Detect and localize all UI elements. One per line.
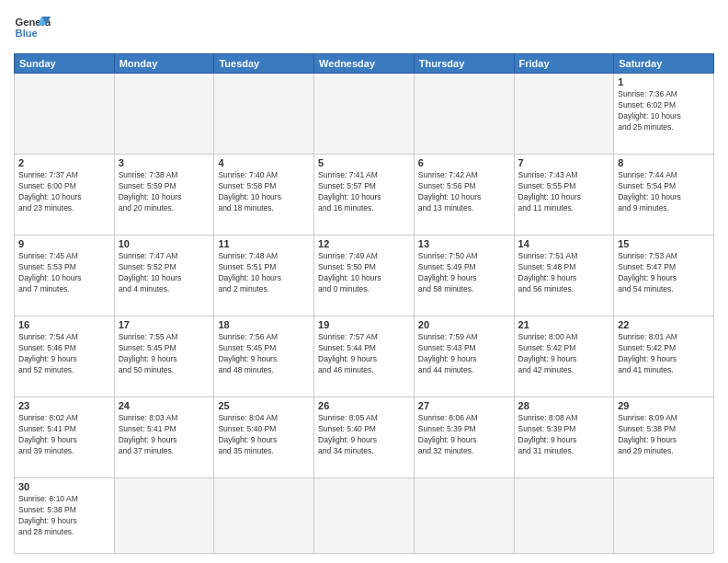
- day-cell: 21Sunrise: 8:00 AM Sunset: 5:42 PM Dayli…: [514, 316, 614, 397]
- day-info: Sunrise: 8:02 AM Sunset: 5:41 PM Dayligh…: [18, 413, 110, 457]
- day-info: Sunrise: 8:06 AM Sunset: 5:39 PM Dayligh…: [418, 413, 510, 457]
- week-row-4: 23Sunrise: 8:02 AM Sunset: 5:41 PM Dayli…: [15, 397, 714, 478]
- logo-icon: General Blue: [14, 9, 51, 46]
- calendar-table: SundayMondayTuesdayWednesdayThursdayFrid…: [14, 53, 714, 554]
- day-cell: 23Sunrise: 8:02 AM Sunset: 5:41 PM Dayli…: [15, 397, 115, 478]
- day-number: 7: [518, 157, 610, 168]
- day-info: Sunrise: 7:48 AM Sunset: 5:51 PM Dayligh…: [218, 251, 310, 295]
- day-info: Sunrise: 7:53 AM Sunset: 5:47 PM Dayligh…: [618, 251, 710, 295]
- day-number: 2: [18, 157, 110, 168]
- day-info: Sunrise: 7:57 AM Sunset: 5:44 PM Dayligh…: [318, 332, 410, 376]
- day-cell: [114, 478, 214, 554]
- day-info: Sunrise: 7:50 AM Sunset: 5:49 PM Dayligh…: [418, 251, 510, 295]
- day-info: Sunrise: 8:01 AM Sunset: 5:42 PM Dayligh…: [618, 332, 710, 376]
- day-cell: 30Sunrise: 8:10 AM Sunset: 5:38 PM Dayli…: [15, 478, 115, 554]
- day-info: Sunrise: 7:38 AM Sunset: 5:59 PM Dayligh…: [119, 170, 210, 214]
- day-cell: 17Sunrise: 7:55 AM Sunset: 5:45 PM Dayli…: [114, 316, 214, 397]
- weekday-header-wednesday: Wednesday: [314, 54, 415, 74]
- day-cell: [214, 74, 314, 155]
- day-number: 16: [18, 319, 110, 330]
- day-number: 20: [418, 319, 510, 330]
- day-info: Sunrise: 7:56 AM Sunset: 5:45 PM Dayligh…: [218, 332, 310, 376]
- day-number: 21: [518, 319, 610, 330]
- day-info: Sunrise: 7:40 AM Sunset: 5:58 PM Dayligh…: [218, 170, 310, 214]
- day-number: 27: [418, 400, 510, 411]
- day-number: 29: [618, 400, 710, 411]
- day-cell: 14Sunrise: 7:51 AM Sunset: 5:48 PM Dayli…: [514, 236, 614, 316]
- day-cell: 11Sunrise: 7:48 AM Sunset: 5:51 PM Dayli…: [214, 236, 314, 316]
- day-cell: 7Sunrise: 7:43 AM Sunset: 5:55 PM Daylig…: [514, 155, 614, 236]
- day-info: Sunrise: 7:37 AM Sunset: 6:00 PM Dayligh…: [18, 170, 110, 214]
- day-number: 24: [119, 400, 210, 411]
- day-number: 26: [318, 400, 410, 411]
- weekday-header-friday: Friday: [514, 54, 614, 74]
- day-info: Sunrise: 8:05 AM Sunset: 5:40 PM Dayligh…: [318, 413, 410, 457]
- logo: General Blue: [14, 9, 51, 46]
- day-cell: 22Sunrise: 8:01 AM Sunset: 5:42 PM Dayli…: [614, 316, 714, 397]
- day-info: Sunrise: 7:43 AM Sunset: 5:55 PM Dayligh…: [518, 170, 610, 214]
- day-number: 5: [318, 157, 410, 168]
- day-number: 15: [618, 238, 710, 249]
- day-number: 10: [119, 238, 210, 249]
- page: General Blue SundayMondayTuesdayWednesda…: [0, 0, 728, 563]
- day-info: Sunrise: 7:51 AM Sunset: 5:48 PM Dayligh…: [518, 251, 610, 295]
- day-number: 11: [218, 238, 310, 249]
- day-number: 8: [618, 157, 710, 168]
- day-number: 9: [18, 238, 110, 249]
- day-number: 17: [119, 319, 210, 330]
- day-info: Sunrise: 7:44 AM Sunset: 5:54 PM Dayligh…: [618, 170, 710, 214]
- weekday-header-sunday: Sunday: [15, 54, 115, 74]
- day-cell: [15, 74, 115, 155]
- day-cell: [214, 478, 314, 554]
- day-info: Sunrise: 7:49 AM Sunset: 5:50 PM Dayligh…: [318, 251, 410, 295]
- week-row-3: 16Sunrise: 7:54 AM Sunset: 5:46 PM Dayli…: [15, 316, 714, 397]
- weekday-header-thursday: Thursday: [414, 54, 514, 74]
- day-info: Sunrise: 8:09 AM Sunset: 5:38 PM Dayligh…: [618, 413, 710, 457]
- day-cell: [414, 478, 514, 554]
- day-info: Sunrise: 7:36 AM Sunset: 6:02 PM Dayligh…: [618, 89, 710, 133]
- day-number: 28: [518, 400, 610, 411]
- day-info: Sunrise: 8:10 AM Sunset: 5:38 PM Dayligh…: [18, 494, 110, 538]
- day-cell: 15Sunrise: 7:53 AM Sunset: 5:47 PM Dayli…: [614, 236, 714, 316]
- day-cell: 28Sunrise: 8:08 AM Sunset: 5:39 PM Dayli…: [514, 397, 614, 478]
- day-cell: [514, 478, 614, 554]
- weekday-header-tuesday: Tuesday: [214, 54, 314, 74]
- day-cell: 26Sunrise: 8:05 AM Sunset: 5:40 PM Dayli…: [314, 397, 415, 478]
- day-cell: [314, 74, 415, 155]
- day-info: Sunrise: 8:00 AM Sunset: 5:42 PM Dayligh…: [518, 332, 610, 376]
- day-cell: 5Sunrise: 7:41 AM Sunset: 5:57 PM Daylig…: [314, 155, 415, 236]
- day-cell: 29Sunrise: 8:09 AM Sunset: 5:38 PM Dayli…: [614, 397, 714, 478]
- day-number: 19: [318, 319, 410, 330]
- weekday-header-monday: Monday: [114, 54, 214, 74]
- day-number: 30: [18, 481, 110, 492]
- day-cell: 27Sunrise: 8:06 AM Sunset: 5:39 PM Dayli…: [414, 397, 514, 478]
- day-cell: 19Sunrise: 7:57 AM Sunset: 5:44 PM Dayli…: [314, 316, 415, 397]
- day-info: Sunrise: 7:59 AM Sunset: 5:43 PM Dayligh…: [418, 332, 510, 376]
- day-info: Sunrise: 8:03 AM Sunset: 5:41 PM Dayligh…: [119, 413, 210, 457]
- svg-text:Blue: Blue: [16, 28, 38, 39]
- day-cell: [514, 74, 614, 155]
- day-cell: 9Sunrise: 7:45 AM Sunset: 5:53 PM Daylig…: [15, 236, 115, 316]
- day-cell: 8Sunrise: 7:44 AM Sunset: 5:54 PM Daylig…: [614, 155, 714, 236]
- day-cell: 25Sunrise: 8:04 AM Sunset: 5:40 PM Dayli…: [214, 397, 314, 478]
- day-cell: 20Sunrise: 7:59 AM Sunset: 5:43 PM Dayli…: [414, 316, 514, 397]
- day-info: Sunrise: 7:54 AM Sunset: 5:46 PM Dayligh…: [18, 332, 110, 376]
- day-info: Sunrise: 7:45 AM Sunset: 5:53 PM Dayligh…: [18, 251, 110, 295]
- day-cell: 12Sunrise: 7:49 AM Sunset: 5:50 PM Dayli…: [314, 236, 415, 316]
- day-cell: 3Sunrise: 7:38 AM Sunset: 5:59 PM Daylig…: [114, 155, 214, 236]
- day-cell: 4Sunrise: 7:40 AM Sunset: 5:58 PM Daylig…: [214, 155, 314, 236]
- day-info: Sunrise: 7:41 AM Sunset: 5:57 PM Dayligh…: [318, 170, 410, 214]
- weekday-header-row: SundayMondayTuesdayWednesdayThursdayFrid…: [15, 54, 714, 74]
- day-cell: 13Sunrise: 7:50 AM Sunset: 5:49 PM Dayli…: [414, 236, 514, 316]
- day-number: 22: [618, 319, 710, 330]
- day-info: Sunrise: 7:47 AM Sunset: 5:52 PM Dayligh…: [119, 251, 210, 295]
- day-number: 25: [218, 400, 310, 411]
- day-info: Sunrise: 8:04 AM Sunset: 5:40 PM Dayligh…: [218, 413, 310, 457]
- day-info: Sunrise: 8:08 AM Sunset: 5:39 PM Dayligh…: [518, 413, 610, 457]
- day-number: 6: [418, 157, 510, 168]
- day-cell: 6Sunrise: 7:42 AM Sunset: 5:56 PM Daylig…: [414, 155, 514, 236]
- day-cell: 18Sunrise: 7:56 AM Sunset: 5:45 PM Dayli…: [214, 316, 314, 397]
- week-row-2: 9Sunrise: 7:45 AM Sunset: 5:53 PM Daylig…: [15, 236, 714, 316]
- day-number: 4: [218, 157, 310, 168]
- day-number: 13: [418, 238, 510, 249]
